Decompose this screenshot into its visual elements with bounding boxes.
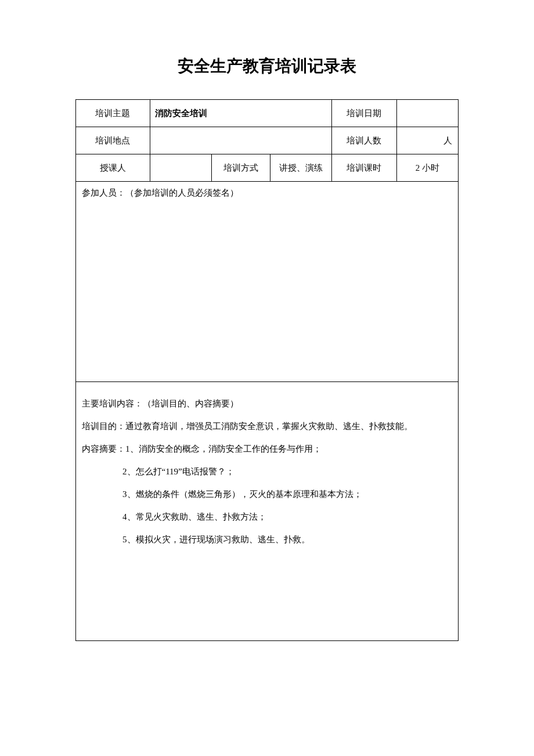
label-instructor: 授课人 xyxy=(76,154,150,182)
content-item-4: 4、常见火灾救助、逃生、扑救方法； xyxy=(82,506,452,528)
content-purpose: 培训目的：通过教育培训，增强员工消防安全意识，掌握火灾救助、逃生、扑救技能。 xyxy=(82,422,413,431)
value-training-date xyxy=(396,100,458,127)
label-training-topic: 培训主题 xyxy=(76,100,150,127)
value-training-count: 人 xyxy=(396,127,458,154)
value-instructor xyxy=(150,154,211,182)
content-section: 主要培训内容：（培训目的、内容摘要） 培训目的：通过教育培训，增强员工消防安全意… xyxy=(76,382,459,641)
label-training-count: 培训人数 xyxy=(332,127,397,154)
label-training-hours: 培训课时 xyxy=(332,154,397,182)
label-training-method: 培训方式 xyxy=(211,154,270,182)
value-training-location xyxy=(150,127,332,154)
value-training-method: 讲授、演练 xyxy=(270,154,331,182)
value-training-topic: 消防安全培训 xyxy=(150,100,332,127)
participants-header: 参加人员：（参加培训的人员必须签名） xyxy=(82,188,239,197)
participants-section: 参加人员：（参加培训的人员必须签名） xyxy=(76,182,459,382)
training-record-table: 培训主题 消防安全培训 培训日期 培训地点 培训人数 人 授课人 培训方式 讲授… xyxy=(75,99,459,641)
content-header: 主要培训内容：（培训目的、内容摘要） xyxy=(82,399,239,408)
value-training-hours: 2 小时 xyxy=(396,154,458,182)
content-item-2: 2、怎么打“119”电话报警？； xyxy=(82,460,452,483)
content-summary-first: 内容摘要：1、消防安全的概念，消防安全工作的任务与作用； xyxy=(82,444,322,453)
content-item-5: 5、模拟火灾，进行现场演习救助、逃生、扑救。 xyxy=(82,528,452,551)
label-training-location: 培训地点 xyxy=(76,127,150,154)
document-title: 安全生产教育培训记录表 xyxy=(75,55,459,77)
content-item-3: 3、燃烧的条件（燃烧三角形），灭火的基本原理和基本方法； xyxy=(82,483,452,506)
label-training-date: 培训日期 xyxy=(332,100,397,127)
